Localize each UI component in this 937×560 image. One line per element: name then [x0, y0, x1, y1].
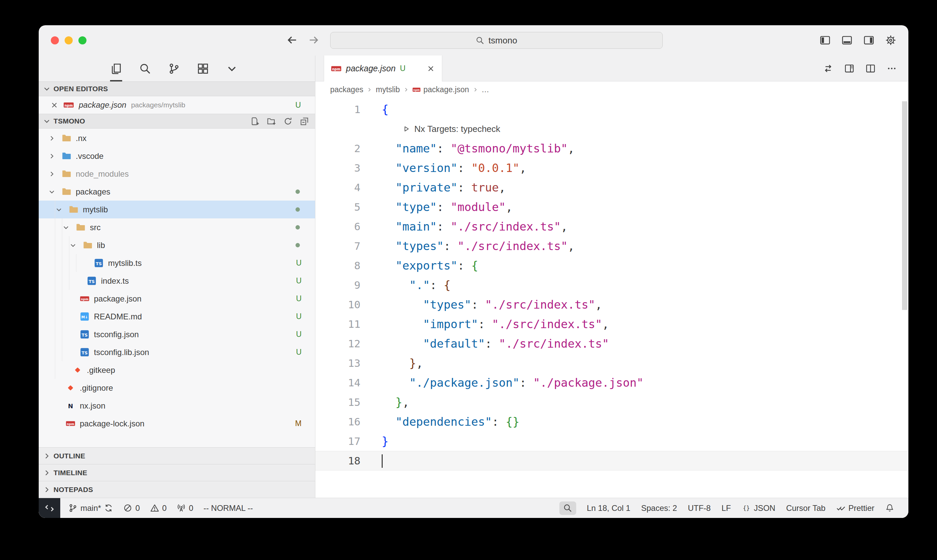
timeline-section-header[interactable]: TIMELINE: [39, 464, 315, 481]
chevron-right-icon[interactable]: [48, 152, 62, 160]
tree-item-lib[interactable]: lib: [39, 236, 315, 254]
code-line-8[interactable]: 8 "exports": {: [315, 256, 908, 275]
tree-item-node-modules[interactable]: node_modules: [39, 165, 315, 183]
activity-explorer[interactable]: [110, 55, 122, 82]
breadcrumb-item-packages[interactable]: packages: [330, 85, 363, 94]
minimize-window-button[interactable]: [65, 36, 73, 45]
code-line-12[interactable]: 12 "default": "./src/index.ts": [315, 334, 908, 353]
tree-item-src[interactable]: src: [39, 218, 315, 236]
status-indentation[interactable]: Spaces: 2: [641, 503, 677, 513]
status-notifications[interactable]: [885, 503, 894, 512]
code-line-4[interactable]: 4 "private": true,: [315, 178, 908, 197]
activity-more-views[interactable]: [226, 55, 238, 82]
code-line-18[interactable]: 18: [315, 451, 908, 471]
command-center-search[interactable]: tsmono: [330, 32, 663, 49]
code-line-7[interactable]: 7 "types": "./src/index.ts",: [315, 236, 908, 256]
tree-item-nx-json[interactable]: Nnx.json: [39, 397, 315, 415]
status-formatter[interactable]: Prettier: [836, 503, 874, 513]
activity-search[interactable]: [139, 55, 151, 82]
status-errors[interactable]: 0: [123, 503, 140, 513]
forward-icon[interactable]: [308, 34, 319, 46]
close-window-button[interactable]: [51, 36, 59, 45]
tree-item-nx[interactable]: .nx: [39, 129, 315, 147]
breadcrumb-item-item[interactable]: …: [482, 85, 489, 94]
status-language-mode[interactable]: {}JSON: [742, 503, 775, 513]
tree-item-mytslib[interactable]: mytslib: [39, 201, 315, 218]
breadcrumb-item-mytslib[interactable]: mytslib: [375, 85, 400, 94]
code-editor[interactable]: 1{Nx Targets: typecheck2 "name": "@tsmon…: [315, 98, 908, 498]
activity-source-control[interactable]: [168, 55, 180, 82]
code-line-3[interactable]: 3 "version": "0.0.1",: [315, 158, 908, 178]
code-line-17[interactable]: 17}: [315, 431, 908, 451]
open-editor-package-json[interactable]: npm package.json packages/mytslib U: [39, 96, 315, 114]
status-end-of-line[interactable]: LF: [722, 503, 731, 513]
code-line-16[interactable]: 16 "dependencies": {}: [315, 412, 908, 431]
code-line-11[interactable]: 11 "import": "./src/index.ts",: [315, 314, 908, 334]
activity-extensions[interactable]: [197, 55, 209, 82]
new-folder-icon[interactable]: [267, 117, 276, 126]
code-line-2[interactable]: 2 "name": "@tsmono/mytslib",: [315, 138, 908, 158]
editor-scrollbar[interactable]: [902, 101, 908, 310]
chevron-down-icon[interactable]: [62, 224, 76, 231]
tab-package-json[interactable]: npm package.json U: [324, 55, 442, 82]
codelens-nx-targets[interactable]: Nx Targets: typecheck: [315, 119, 908, 138]
status-zoom-indicator[interactable]: [559, 502, 576, 515]
code-line-15[interactable]: 15 },: [315, 392, 908, 412]
tree-item-gitignore[interactable]: .gitignore: [39, 379, 315, 397]
status-warnings[interactable]: 0: [150, 503, 166, 513]
chevron-right-icon: [43, 486, 51, 494]
tree-item-packages[interactable]: packages: [39, 183, 315, 201]
code-line-9[interactable]: 9 ".": {: [315, 275, 908, 295]
tree-item-tsconfig-lib-json[interactable]: TStsconfig.lib.jsonU: [39, 343, 315, 361]
settings-gear-icon[interactable]: [885, 35, 896, 46]
workspace-header[interactable]: TSMONO: [39, 114, 315, 129]
open-side-panel-icon[interactable]: [844, 63, 854, 74]
tree-item-readme-md[interactable]: M↓README.mdU: [39, 308, 315, 325]
status-left: main*000-- NORMAL --: [60, 503, 253, 513]
code-line-5[interactable]: 5 "type": "module",: [315, 197, 908, 217]
tree-item-tsconfig-json[interactable]: TStsconfig.jsonU: [39, 325, 315, 343]
open-editor-name: package.json: [79, 100, 126, 110]
close-editor-icon[interactable]: [50, 101, 58, 109]
tree-item-package-json[interactable]: npmpackage.jsonU: [39, 290, 315, 308]
toggle-primary-sidebar-icon[interactable]: [820, 35, 831, 46]
tree-item-gitkeep[interactable]: .gitkeep: [39, 361, 315, 379]
chevron-down-icon[interactable]: [69, 242, 83, 249]
more-actions-icon[interactable]: [886, 63, 897, 74]
toggle-secondary-sidebar-icon[interactable]: [863, 35, 874, 46]
tree-item-package-lock-json[interactable]: npmpackage-lock.jsonM: [39, 415, 315, 432]
refresh-explorer-icon[interactable]: [283, 117, 292, 126]
code-line-10[interactable]: 10 "types": "./src/index.ts",: [315, 295, 908, 314]
close-tab-icon[interactable]: [426, 64, 435, 73]
status-vim-mode[interactable]: -- NORMAL --: [203, 503, 253, 513]
code-line-13[interactable]: 13 },: [315, 353, 908, 373]
chevron-right-icon[interactable]: [48, 135, 62, 142]
tree-item-vscode[interactable]: .vscode: [39, 147, 315, 165]
tree-item-mytslib-ts[interactable]: TSmytslib.tsU: [39, 254, 315, 272]
chevron-down-icon[interactable]: [48, 188, 62, 195]
breadcrumb-item-package-json[interactable]: npmpackage.json: [412, 85, 469, 94]
open-editors-header[interactable]: OPEN EDITORS: [39, 82, 315, 96]
remote-indicator[interactable]: [39, 498, 60, 518]
code-line-1[interactable]: 1{: [315, 100, 908, 119]
maximize-window-button[interactable]: [78, 36, 86, 45]
chevron-down-icon[interactable]: [55, 206, 69, 213]
open-changes-icon[interactable]: [823, 63, 833, 74]
status-ports[interactable]: 0: [177, 503, 193, 513]
new-file-icon[interactable]: [251, 117, 260, 126]
status-encoding[interactable]: UTF-8: [688, 503, 711, 513]
toggle-panel-icon[interactable]: [842, 35, 852, 46]
chevron-right-icon[interactable]: [48, 170, 62, 178]
code-line-6[interactable]: 6 "main": "./src/index.ts",: [315, 217, 908, 236]
status-git-branch[interactable]: main*: [68, 503, 113, 513]
outline-section-header[interactable]: OUTLINE: [39, 447, 315, 464]
code-line-14[interactable]: 14 "./package.json": "./package.json": [315, 373, 908, 392]
status-cursor-position[interactable]: Ln 18, Col 1: [587, 503, 630, 513]
tree-item-index-ts[interactable]: TSindex.tsU: [39, 272, 315, 290]
notepads-section-header[interactable]: NOTEPADS: [39, 481, 315, 498]
split-editor-icon[interactable]: [865, 63, 876, 74]
back-icon[interactable]: [286, 34, 298, 46]
collapse-folders-icon[interactable]: [300, 117, 309, 126]
indent-guide: [48, 201, 55, 218]
status-cursor-tab[interactable]: Cursor Tab: [786, 503, 826, 513]
